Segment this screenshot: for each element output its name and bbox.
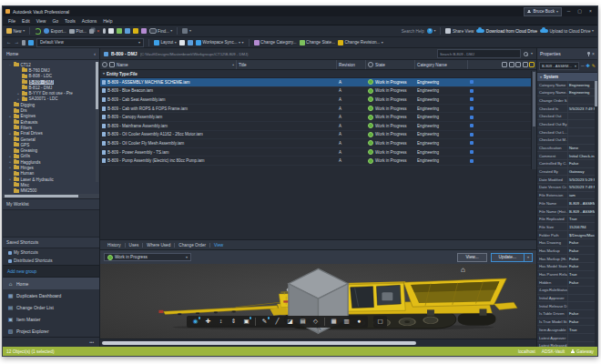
change-revision-button[interactable]: Change Revision... ▾ [338, 40, 383, 46]
help-button[interactable]: ? ▾ [427, 28, 436, 34]
tree-horizontal-scrollbar[interactable] [3, 194, 99, 198]
property-row[interactable]: File Size15206784 [537, 223, 597, 231]
menu-view[interactable]: View [36, 18, 46, 24]
expand-icon[interactable]: + [16, 92, 20, 96]
update-dropdown-button[interactable]: ▾ [525, 253, 533, 262]
close-button[interactable]: × [586, 9, 595, 14]
attach-icon[interactable] [103, 28, 106, 34]
main-horizontal-scrollbar[interactable] [100, 339, 536, 347]
upload-cloud-button[interactable]: Upload to Cloud Drive ▾ [540, 29, 594, 34]
add-new-group-link[interactable]: Add new group [3, 265, 99, 278]
model-tree-icon[interactable]: ▦ [330, 318, 338, 326]
table-row[interactable]: B-809 - Oil Cooler Fly Mesh Assembly.iam… [100, 139, 536, 148]
plot-button[interactable]: Plot... [69, 29, 87, 34]
menu-edit[interactable]: Edit [22, 18, 30, 24]
property-row[interactable]: File Extensioniam [537, 192, 597, 200]
sidebar-nav-item-master[interactable]: ▣Item Master [3, 313, 99, 325]
layout-button[interactable]: Layout ▾ [154, 40, 177, 46]
name-column-header[interactable]: Name ▴ [100, 60, 237, 69]
property-row[interactable]: File NameB-809 - ASSEMB... [537, 199, 597, 207]
pin-view-icon[interactable] [22, 40, 25, 46]
export-button[interactable]: Export... [44, 28, 66, 34]
property-row[interactable]: Created ByGateway [537, 168, 597, 177]
view-button[interactable]: View... [457, 253, 486, 262]
stamp-icon[interactable]: ◪ [286, 318, 294, 326]
property-row[interactable]: Change Order S... [537, 96, 597, 105]
sidebar-nav-project-explorer[interactable]: ▧Project Explorer [3, 325, 99, 337]
property-row[interactable]: Controlled By C...False [537, 160, 597, 168]
preview-column-icon[interactable] [523, 62, 528, 67]
menu-file[interactable]: File [8, 18, 15, 24]
expand-icon[interactable]: + [8, 160, 12, 164]
collapse-icon[interactable]: - [8, 63, 12, 66]
save-view-icon[interactable]: ▥ [342, 318, 351, 326]
sidebar-nav-duplicates-dashboard[interactable]: ▦Duplicates Dashboard [3, 289, 99, 301]
workspace-sync-button[interactable]: Workspace Sync... ▾ ▾ [196, 40, 244, 46]
edit-columns-icon[interactable] [529, 62, 535, 67]
pan-icon[interactable]: ✚ [204, 318, 212, 326]
property-row[interactable]: CommentInitial Check-in. [537, 152, 597, 160]
tab-where-used[interactable]: Where Used [142, 243, 174, 248]
category-column-header[interactable]: Category Name [415, 60, 468, 69]
window-tools-button[interactable]: ▾ [182, 28, 191, 34]
zoom-icon[interactable]: ↕ [217, 318, 225, 326]
menu-go[interactable]: Go [52, 18, 58, 24]
refresh-icon[interactable] [35, 28, 41, 35]
nav-overflow-button[interactable]: ••• [3, 337, 99, 347]
get-latest-icon[interactable] [125, 28, 130, 34]
scrollbar-thumb[interactable] [533, 72, 535, 126]
table-row[interactable]: B-809 - Canopy Assembly.iamAWork in Prog… [100, 113, 536, 122]
check-out-icon[interactable] [117, 28, 122, 34]
tree-vertical-scrollbar[interactable] [96, 62, 98, 182]
property-row[interactable]: Latest Approver [537, 334, 597, 342]
table-row[interactable]: B-809 - Cab with ROPS & FOPS Frame.iamAW… [100, 105, 536, 114]
scrollbar-thumb[interactable] [5, 195, 78, 197]
maximize-button[interactable]: ▢ [576, 9, 584, 14]
property-row[interactable]: Checked Out By [537, 120, 597, 128]
table-row[interactable]: B-809 - Blue Beacon.iamAWork in Progress… [100, 87, 536, 96]
model-viewer[interactable]: ⌂ BACK LEFT ◉✚↕⇕▣✎╱◪▤◇▦▥● ▢ [100, 264, 536, 339]
property-row[interactable]: ClassificationNone [537, 145, 597, 153]
expand-icon[interactable]: + [8, 155, 12, 158]
property-row[interactable]: Has Model StateFalse [537, 263, 597, 271]
property-row[interactable]: Checked Out L... [537, 128, 597, 136]
update-button[interactable]: Update... [491, 253, 525, 262]
collapse-all-icon[interactable]: ─ [581, 64, 585, 68]
orbit-icon[interactable]: ◉ [191, 318, 199, 326]
property-row[interactable]: iLogicRuleStatus [537, 287, 597, 295]
share-view-button[interactable]: Share View [445, 28, 474, 34]
search-icon[interactable] [524, 52, 528, 56]
scrollbar-thumb[interactable] [96, 62, 98, 109]
menu-actions[interactable]: Actions [82, 18, 97, 24]
sidebar-nav-home[interactable]: ⌂Home [3, 278, 99, 289]
measure-icon[interactable]: ╱ [273, 318, 281, 326]
find-button[interactable]: Find... ▾ [149, 28, 173, 34]
grid-vertical-scrollbar[interactable] [531, 71, 536, 169]
tab-change-order[interactable]: Change Order [174, 243, 209, 248]
expand-icon[interactable]: + [8, 132, 12, 136]
copy-icon[interactable] [89, 29, 94, 34]
settings-icon[interactable]: ● [355, 318, 363, 326]
forward-icon[interactable]: → [15, 40, 20, 46]
property-row[interactable]: Date Version Cr...5/5/2023 7:49 PM [537, 184, 597, 192]
table-row[interactable]: B-809 - Pump Assembly (Electric) inc 80c… [100, 157, 536, 166]
pin-icon[interactable] [586, 52, 590, 56]
property-row[interactable]: Initial Release D... [537, 302, 597, 310]
expand-icon[interactable]: + [8, 166, 12, 169]
fullscreen-button[interactable]: ▢ [373, 316, 387, 328]
new-button[interactable]: New ▾ [6, 28, 25, 34]
collapse-panel-icon[interactable]: ‹ [94, 51, 96, 56]
properties-scrollbar[interactable] [595, 81, 597, 347]
title-column-header[interactable]: Title [237, 60, 337, 69]
delete-icon[interactable]: × [97, 28, 100, 34]
explode-icon[interactable]: ◇ [311, 318, 320, 326]
expand-icon[interactable]: + [8, 177, 12, 181]
shortcut-distributed-shortcuts[interactable]: Distributed Shortcuts [3, 257, 99, 265]
sidebar-nav-change-order-list[interactable]: ▤Change Order List [3, 301, 99, 313]
tag-column-icon[interactable] [509, 62, 514, 67]
tab-history[interactable]: History [104, 243, 125, 248]
state-dropdown[interactable]: Work in Progress ▾ [104, 253, 191, 261]
state-column-header[interactable]: State [366, 60, 415, 69]
user-menu[interactable]: Bruce Buck ▾ [524, 7, 562, 16]
expand-icon[interactable]: + [8, 115, 12, 118]
